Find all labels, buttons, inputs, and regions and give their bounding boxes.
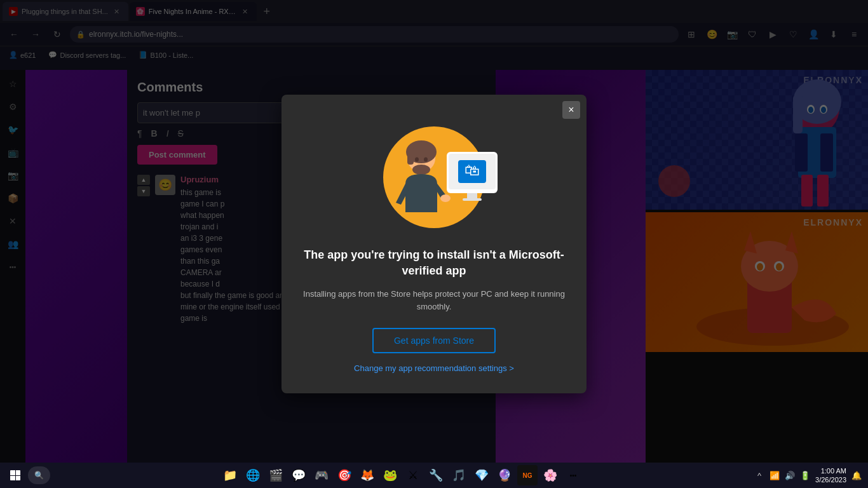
modal-close-button[interactable]: ×	[562, 101, 580, 119]
modal-svg-illustration: 🛍	[364, 120, 504, 234]
taskbar-app-game2[interactable]: 🎯	[334, 465, 355, 485]
tray-volume-icon[interactable]: 🔊	[783, 469, 796, 482]
svg-point-37	[415, 157, 419, 161]
taskbar-app-magic[interactable]: 🔮	[494, 465, 515, 485]
taskbar-date-display: 3/26/2023	[815, 475, 846, 484]
change-settings-link[interactable]: Change my app recommendation settings >	[354, 363, 514, 373]
taskbar-right: ^ 📶 🔊 🔋 1:00 AM 3/26/2023 🔔	[753, 466, 863, 485]
modal-title: The app you're trying to install isn't a…	[302, 247, 566, 279]
taskbar-app-ng[interactable]: NG	[517, 465, 538, 485]
taskbar-clock[interactable]: 1:00 AM 3/26/2023	[815, 466, 846, 485]
tray-battery-icon[interactable]: 🔋	[799, 469, 811, 482]
modal-description: Installing apps from the Store helps pro…	[302, 288, 566, 313]
modal-overlay: × 🛍	[0, 0, 868, 488]
taskbar-discord[interactable]: 💬	[288, 465, 309, 485]
taskbar-time-display: 1:00 AM	[815, 466, 846, 475]
taskbar-app-music[interactable]: 🎵	[449, 465, 469, 485]
svg-rect-32	[463, 198, 482, 201]
taskbar-more-apps[interactable]: •••	[563, 465, 583, 485]
taskbar-app-firefox[interactable]: 🦊	[357, 465, 377, 485]
taskbar-app-steam[interactable]: ⚔	[403, 465, 423, 485]
svg-rect-31	[467, 193, 477, 198]
svg-point-39	[440, 194, 451, 202]
svg-point-38	[424, 157, 428, 161]
taskbar-file-explorer[interactable]: 📁	[220, 465, 240, 485]
taskbar-app-tools[interactable]: 🔧	[426, 465, 446, 485]
tray-wifi-icon[interactable]: 📶	[768, 469, 781, 482]
svg-rect-35	[407, 147, 414, 165]
svg-point-36	[412, 165, 430, 175]
taskbar-app-gem[interactable]: 💎	[471, 465, 492, 485]
taskbar-browser[interactable]: 🌐	[243, 465, 263, 485]
notification-icon[interactable]: 🔔	[850, 469, 863, 482]
system-tray: ^ 📶 🔊 🔋	[753, 469, 811, 482]
taskbar-apps: 📁 🌐 🎬 💬 🎮 🎯 🦊 🐸 ⚔ 🔧 🎵 💎 🔮 NG 🌸 •••	[53, 465, 750, 485]
modal-illustration: 🛍	[364, 120, 504, 234]
taskbar-app-game1[interactable]: 🎮	[311, 465, 332, 485]
start-button[interactable]	[5, 465, 25, 485]
taskbar-app-frog[interactable]: 🐸	[380, 465, 400, 485]
tray-expand-icon[interactable]: ^	[753, 469, 766, 482]
get-apps-store-button[interactable]: Get apps from Store	[372, 328, 496, 353]
windows-logo-icon	[10, 470, 20, 480]
taskbar-search-icon: 🔍	[34, 471, 44, 480]
taskbar: 🔍 📁 🌐 🎬 💬 🎮 🎯 🦊 🐸 ⚔ 🔧 🎵 💎 🔮 NG 🌸 ••• ^ 📶…	[0, 463, 868, 488]
taskbar-media[interactable]: 🎬	[266, 465, 286, 485]
taskbar-search-bar[interactable]: 🔍	[28, 466, 50, 484]
taskbar-app-flower[interactable]: 🌸	[540, 465, 560, 485]
svg-text:🛍: 🛍	[465, 161, 480, 179]
app-warning-modal: × 🛍	[281, 95, 587, 393]
